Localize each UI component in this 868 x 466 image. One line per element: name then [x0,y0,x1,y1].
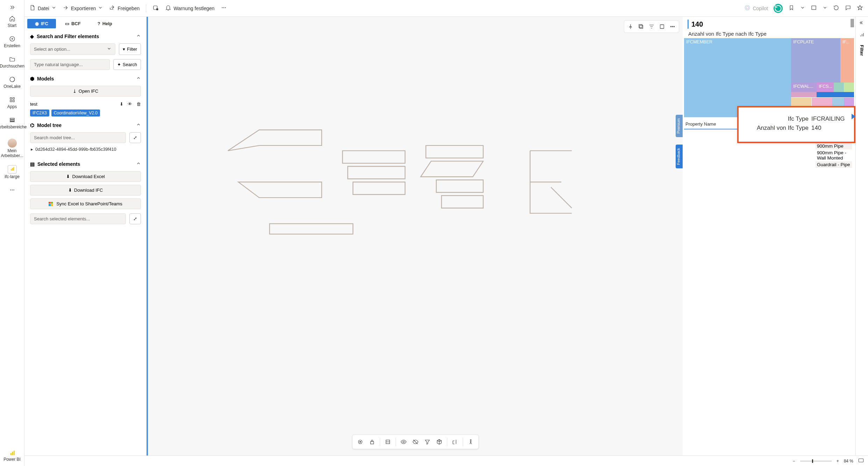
layout-icon[interactable] [811,5,817,12]
chevron-down-icon[interactable] [823,5,827,11]
zoom-out-button[interactable]: − [793,459,795,464]
filter-icon[interactable] [647,22,656,31]
fit-page-icon[interactable] [858,458,864,464]
file-menu[interactable]: Datei [29,5,56,12]
chevron-up-icon [136,161,141,167]
svg-point-20 [222,7,223,8]
3d-viewport[interactable]: Premium Feedback [148,17,683,456]
rail-expand[interactable] [2,3,23,11]
zoom-slider[interactable] [800,461,832,461]
visual-header [624,20,679,33]
side-tab-label: Premium [676,118,681,134]
tm-ifcplate[interactable]: IFCPLATE [791,38,840,83]
rail-more[interactable] [2,186,23,194]
selected-search-input[interactable]: Search selected elements... [30,213,126,224]
rail-onelake[interactable]: OneLake [2,76,23,89]
section-selected-header[interactable]: ▤ Selected elements [30,161,141,167]
funnel-icon[interactable] [422,437,433,447]
walk-icon[interactable] [465,437,476,447]
expand-selected-button[interactable]: ⤢ [129,213,141,224]
hide-icon[interactable] [410,437,421,447]
rail-create[interactable]: Erstellen [2,35,23,48]
ellipsis-icon[interactable] [668,22,677,31]
rail-start[interactable]: Start [2,15,23,28]
tm-s2[interactable] [844,83,854,92]
open-ifc-button[interactable]: ⤓ Open IFC [30,86,141,97]
rail-my-workspace[interactable]: Mein Arbeitsber... [2,136,23,158]
rail-powerbi[interactable]: Power BI [2,450,23,462]
sync-sharepoint-button[interactable]: Sync Excel to SharePoint/Teams [30,198,141,209]
tm-highlight[interactable] [817,92,854,98]
tm-ifcs[interactable]: IFCS... [817,83,834,92]
export-menu[interactable]: Exportieren [63,5,103,12]
chevron-down-icon [98,5,103,11]
premium-tab[interactable]: Premium [676,115,683,137]
svg-point-12 [10,190,11,190]
focus-icon[interactable] [657,22,667,31]
chevron-up-icon [136,33,141,39]
tab-bcf[interactable]: ▭ BCF [57,19,88,28]
chevron-down-icon[interactable] [800,5,805,11]
download-excel-button[interactable]: ⬇ Download Excel [30,171,141,182]
cube-icon[interactable] [434,437,445,447]
caret-right-icon: ▸ [31,147,33,152]
tm-small1[interactable]: IF... [840,38,854,83]
rail-project[interactable]: ifc-large [2,165,23,179]
teams-button[interactable] [152,5,159,12]
copilot-button[interactable]: Copilot [744,5,768,12]
section-icon[interactable] [382,437,393,447]
feedback-tab[interactable]: Feedback [676,144,683,168]
rail-apps[interactable]: Apps [2,96,23,109]
tree-search-input[interactable]: Search model tree... [30,132,126,143]
rail-workspaces[interactable]: Arbeitsbereiche [2,116,23,129]
clear-filter-icon[interactable] [851,19,854,27]
target-icon[interactable] [355,437,366,447]
expand-tree-button[interactable]: ⤢ [129,132,141,143]
chart-badge-icon [8,165,17,174]
trash-icon[interactable]: 🗑 [136,101,141,107]
search-button[interactable]: ✦ Search [113,59,141,70]
list-icon: ▤ [30,161,35,167]
zoom-in-button[interactable]: + [837,459,839,464]
tab-help[interactable]: ? Help [90,19,120,28]
copy-icon[interactable] [636,22,646,31]
filters-pane-label[interactable]: Filter [859,45,865,56]
chevron-double-right-icon [8,3,16,11]
section-tree-header[interactable]: ⌬ Model tree [30,122,141,128]
collapse-left-icon[interactable] [860,20,865,27]
pin-icon[interactable] [626,22,635,31]
tab-ifc[interactable]: ◉ IFC [27,19,56,28]
refresh-icon[interactable] [833,5,839,12]
show-icon[interactable] [398,437,409,447]
reset-button[interactable] [774,4,783,13]
share-button[interactable]: Freigeben [109,5,140,12]
more-menu[interactable] [221,5,227,12]
filter-button[interactable]: ▾ Filter [119,43,141,55]
download-ifc-button[interactable]: ⬇ Download IFC [30,185,141,196]
tm-ifcmember[interactable]: IFCMEMBER [684,38,791,117]
alert-button[interactable]: Warnung festlegen [165,5,214,12]
bookmark-icon[interactable] [788,5,795,12]
measure-icon[interactable] [449,437,461,447]
btn-label: Download Excel [72,174,105,179]
tm-s3[interactable] [791,92,817,98]
signal-icon[interactable] [859,32,865,39]
nl-search-input[interactable]: Type natural language... [30,59,110,70]
tm-s1[interactable] [834,83,844,92]
select-option[interactable]: Select an option... [30,43,115,55]
treemap-chart[interactable]: IFCMEMBER IFCPLATE IF... IFCWAL... IFCS.… [684,38,854,117]
lock-icon[interactable] [367,437,378,447]
comment-icon[interactable] [845,5,851,12]
section-search-header[interactable]: ◆ Search and Filter elements [30,33,141,39]
download-icon[interactable]: ⬇ [120,101,123,107]
star-icon[interactable] [857,5,863,12]
tree-node[interactable]: ▸ 0d264d32-4894-45dd-999b-fb635c39f410 [30,143,141,155]
tab-label: Help [102,21,112,26]
btn-label: Search [123,62,137,67]
rail-browse[interactable]: Durchsuchen [2,55,23,69]
section-models-header[interactable]: ⬢ Models [30,76,141,82]
svg-point-22 [225,7,226,8]
eye-icon[interactable]: 👁 [128,101,132,107]
share-label: Freigeben [118,6,140,11]
tm-ifcwall[interactable]: IFCWAL... [791,83,817,92]
